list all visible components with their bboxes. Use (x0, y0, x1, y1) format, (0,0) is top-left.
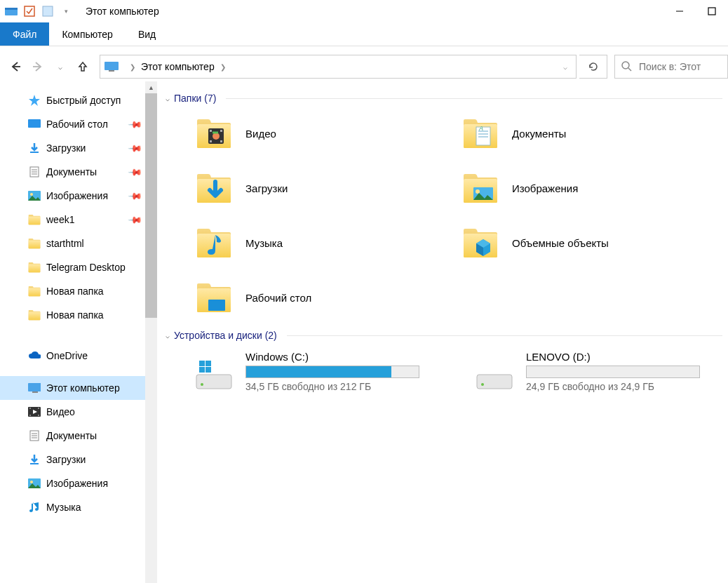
sidebar-pc-item-pictures[interactable]: Изображения (0, 471, 145, 495)
svg-text:A: A (478, 125, 483, 132)
group-header-folders-label: Папки (7) (174, 93, 216, 104)
sidebar-item-label: week1 (46, 214, 74, 225)
svg-rect-5 (43, 6, 53, 16)
folder-icon (460, 170, 501, 206)
sidebar-item-label: Новая папка (46, 309, 104, 321)
svg-rect-14 (28, 119, 41, 128)
address-dropdown[interactable]: ⌵ (556, 63, 574, 71)
up-button[interactable] (73, 57, 93, 76)
svg-rect-4 (25, 6, 34, 16)
pc-icon (102, 61, 121, 72)
group-header-drives-label: Устройства и диски (2) (174, 330, 277, 341)
folder-label: Документы (512, 128, 566, 140)
folder-item-desktop[interactable]: Рабочий стол (194, 279, 460, 316)
qat-overflow-icon[interactable]: ▾ (59, 4, 73, 18)
recent-dropdown[interactable]: ⌵ (50, 57, 70, 76)
pictures-icon (28, 477, 41, 490)
folder-icon (28, 213, 41, 226)
sidebar-item-downloads[interactable]: Загрузки📌 (0, 136, 145, 160)
music-icon (28, 501, 41, 514)
svg-rect-40 (220, 140, 222, 142)
sidebar-pc-item-documents[interactable]: Документы (0, 424, 145, 448)
svg-rect-22 (28, 383, 41, 391)
videos-icon (28, 406, 41, 418)
folder-item-documents[interactable]: AДокументы (460, 115, 727, 152)
breadcrumb-root[interactable]: ❯ (121, 63, 138, 71)
explorer-icon (4, 4, 18, 18)
folder-label: Музыка (245, 237, 283, 249)
drive-free-text: 24,9 ГБ свободно из 24,9 ГБ (526, 381, 700, 392)
minimize-button[interactable] (663, 0, 696, 22)
group-header-folders[interactable]: ⌵ Папки (7) (160, 86, 728, 108)
breadcrumb-location[interactable]: Этот компьютер❯ (138, 61, 229, 72)
folder-item-pictures[interactable]: Изображения (460, 170, 727, 206)
sidebar-pc-item-downloads[interactable]: Загрузки (0, 448, 145, 471)
search-box[interactable] (614, 55, 728, 79)
svg-rect-25 (29, 408, 31, 409)
folder-label: Загрузки (245, 182, 288, 194)
group-header-drives[interactable]: ⌵ Устройства и диски (2) (160, 323, 728, 345)
sidebar-item-label: Загрузки (46, 142, 86, 154)
downloads-icon (28, 453, 41, 466)
sidebar-item-desktop[interactable]: Рабочий стол📌 (0, 112, 145, 136)
sidebar-item-documents[interactable]: Документы📌 (0, 160, 145, 184)
sidebar-item-pictures[interactable]: Изображения📌 (0, 184, 145, 208)
svg-rect-53 (199, 367, 205, 373)
sidebar-item-label: Telegram Desktop (46, 262, 126, 273)
sidebar-item-folder[interactable]: Telegram Desktop (0, 255, 145, 279)
sidebar-item-label: Загрузки (46, 454, 86, 465)
qat-properties-icon[interactable] (22, 4, 36, 18)
forward-button[interactable] (28, 57, 48, 76)
svg-rect-49 (208, 300, 225, 311)
sidebar-pc-item-music[interactable]: Музыка (0, 495, 145, 519)
svg-rect-3 (5, 8, 18, 10)
svg-rect-54 (205, 367, 211, 373)
documents-icon (28, 429, 41, 442)
drive-name: Windows (C:) (245, 351, 419, 363)
drive-usage-bar (245, 366, 419, 378)
tab-computer[interactable]: Компьютер (49, 22, 125, 46)
drive-item[interactable]: Windows (C:)34,5 ГБ свободно из 212 ГБ (194, 351, 474, 392)
svg-point-35 (30, 481, 33, 483)
search-input[interactable] (639, 61, 723, 72)
svg-point-21 (30, 193, 33, 196)
desktop-icon (28, 118, 41, 130)
svg-rect-23 (32, 391, 38, 393)
back-button[interactable] (6, 57, 25, 76)
folder-icon (28, 261, 41, 274)
sidebar-item-label: Документы (46, 166, 97, 177)
qat-dropdown-icon[interactable] (41, 4, 55, 18)
sidebar-quick-access-label: Быстрый доступ (46, 95, 121, 106)
scroll-up-icon[interactable]: ▲ (145, 81, 157, 93)
folder-icon (28, 285, 41, 297)
sidebar-item-folder[interactable]: Новая папка (0, 303, 145, 327)
sidebar-item-label: Видео (46, 406, 75, 417)
drive-free-text: 34,5 ГБ свободно из 212 ГБ (245, 381, 419, 392)
sidebar-this-pc[interactable]: Этот компьютер (0, 376, 145, 400)
sidebar-quick-access[interactable]: Быстрый доступ (0, 88, 145, 112)
sidebar-scroll-thumb[interactable] (145, 93, 157, 318)
svg-rect-51 (199, 361, 205, 366)
folder-item-music[interactable]: Музыка (194, 225, 460, 261)
drive-icon (474, 351, 515, 391)
sidebar-item-folder[interactable]: Новая папка (0, 279, 145, 303)
folder-item-3d[interactable]: Объемные объекты (460, 225, 727, 261)
svg-rect-52 (205, 361, 211, 366)
folder-item-downloads[interactable]: Загрузки (194, 170, 460, 206)
sidebar-item-label: Новая папка (46, 286, 104, 297)
tab-file[interactable]: Файл (0, 22, 49, 46)
folder-label: Рабочий стол (245, 292, 311, 304)
drive-item[interactable]: LENOVO (D:)24,9 ГБ свободно из 24,9 ГБ (474, 351, 728, 392)
refresh-button[interactable] (579, 55, 607, 79)
sidebar-item-folder[interactable]: week1📌 (0, 208, 145, 232)
tab-view[interactable]: Вид (126, 22, 168, 46)
folder-icon (194, 115, 234, 152)
sidebar-pc-item-videos[interactable]: Видео (0, 400, 145, 424)
sidebar-item-label: Изображения (46, 478, 108, 489)
chevron-right-icon: ❯ (220, 63, 226, 71)
address-bar[interactable]: ❯ Этот компьютер❯ ⌵ (100, 55, 577, 79)
sidebar-item-folder[interactable]: starthtml (0, 232, 145, 255)
sidebar-onedrive[interactable]: OneDrive (0, 344, 145, 368)
folder-item-videos[interactable]: Видео (194, 115, 460, 152)
maximize-button[interactable] (696, 0, 728, 22)
